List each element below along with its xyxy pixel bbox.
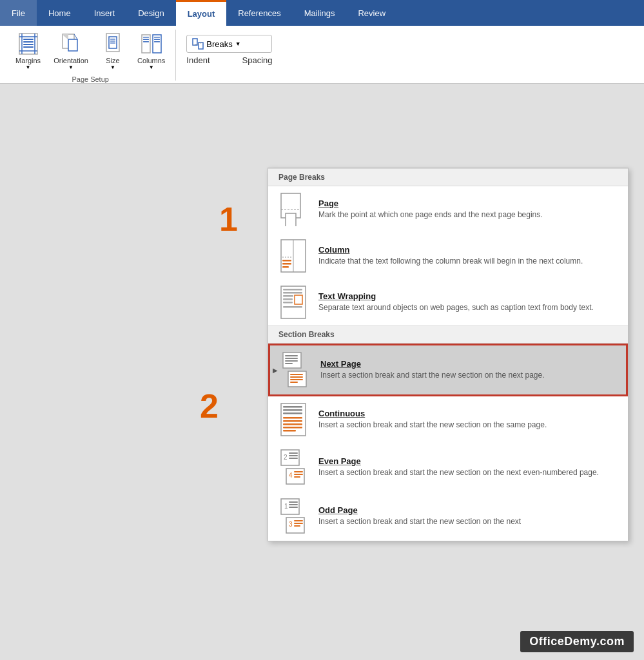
dropdown-item-text-wrapping[interactable]: Text Wrapping Separate text around objec… (268, 279, 628, 325)
svg-rect-24 (154, 37, 160, 38)
spacing-label: Spacing (242, 55, 273, 65)
continuous-title: Continuous (318, 409, 618, 418)
margins-label: Margins (15, 57, 41, 64)
menu-home[interactable]: Home (37, 0, 83, 26)
svg-rect-10 (68, 39, 77, 51)
svg-rect-17 (110, 41, 115, 42)
svg-rect-21 (143, 37, 149, 38)
svg-rect-22 (143, 39, 149, 41)
svg-rect-36 (282, 263, 291, 265)
page-break-title: Page (318, 199, 618, 208)
dropdown-item-column[interactable]: Column Indicate that the text following … (268, 233, 628, 279)
svg-text:2: 2 (284, 454, 288, 461)
continuous-icon (278, 403, 309, 436)
next-page-text: Next Page Insert a section break and sta… (320, 359, 616, 381)
columns-icon (140, 32, 163, 55)
orientation-arrow: ▼ (68, 64, 73, 70)
svg-rect-5 (23, 39, 34, 40)
step-1-number: 1 (219, 200, 238, 238)
breaks-dropdown-menu: Page Breaks Page Mark the point at which… (268, 168, 629, 541)
columns-button[interactable]: Columns ▼ (132, 30, 170, 73)
columns-arrow: ▼ (149, 64, 154, 70)
even-page-title: Even Page (318, 456, 618, 466)
indent-spacing-row: Indent Spacing (186, 55, 272, 65)
breaks-icon (192, 38, 204, 50)
svg-rect-62 (283, 420, 302, 422)
dropdown-item-next-page[interactable]: ▶ Next Page I (268, 344, 628, 396)
dropdown-item-continuous[interactable]: Continuous Insert a section break and st… (268, 396, 628, 443)
svg-rect-45 (283, 302, 293, 304)
menu-design[interactable]: Design (126, 0, 175, 26)
svg-rect-23 (143, 41, 149, 43)
svg-rect-6 (23, 41, 34, 43)
column-break-title: Column (318, 245, 618, 255)
text-wrapping-text: Text Wrapping Separate text around objec… (318, 291, 618, 313)
breaks-button[interactable]: Breaks ▼ (186, 35, 272, 53)
next-page-icon (280, 352, 311, 388)
page-setup-label: Page Setup (72, 73, 109, 83)
svg-text:3: 3 (289, 521, 293, 528)
even-page-desc: Insert a section break and start the new… (318, 467, 618, 478)
svg-rect-49 (285, 358, 298, 359)
ribbon: Margins ▼ Orientation ▼ (0, 26, 644, 84)
size-arrow: ▼ (110, 64, 115, 70)
dropdown-item-page[interactable]: Page Mark the point at which one page en… (268, 186, 628, 233)
column-break-desc: Indicate that the text following the col… (318, 256, 618, 267)
svg-rect-54 (290, 376, 303, 378)
page-break-desc: Mark the point at which one page ends an… (318, 209, 618, 220)
ribbon-buttons: Margins ▼ Orientation ▼ (10, 30, 170, 73)
dropdown-item-odd-page[interactable]: 1 3 Odd Page Insert a section break and … (268, 492, 628, 541)
orientation-label: Orientation (54, 57, 88, 64)
svg-text:1: 1 (284, 503, 288, 510)
svg-rect-65 (283, 430, 296, 432)
column-break-text: Column Indicate that the text following … (318, 245, 618, 267)
svg-rect-27 (193, 39, 197, 45)
watermark: OfficeDemy.com (520, 631, 634, 652)
svg-rect-61 (283, 417, 302, 419)
menu-mailings[interactable]: Mailings (293, 0, 347, 26)
dropdown-item-even-page[interactable]: 2 4 Even Page Insert a section break and… (268, 443, 628, 492)
svg-rect-50 (285, 360, 298, 362)
svg-rect-51 (285, 363, 293, 364)
orientation-icon (59, 32, 83, 55)
svg-rect-68 (289, 452, 298, 454)
step-2-number: 2 (200, 387, 219, 425)
svg-rect-25 (154, 39, 160, 41)
text-wrapping-svg (280, 286, 307, 319)
margins-icon (17, 32, 40, 55)
odd-page-text: Odd Page Insert a section break and star… (318, 505, 618, 527)
menu-layout[interactable]: Layout (176, 0, 227, 26)
svg-rect-43 (295, 295, 302, 304)
menu-insert[interactable]: Insert (83, 0, 127, 26)
next-page-svg (282, 352, 310, 388)
orientation-button[interactable]: Orientation ▼ (48, 30, 93, 73)
svg-rect-46 (283, 306, 302, 308)
page-break-text: Page Mark the point at which one page en… (318, 199, 618, 220)
svg-rect-63 (283, 423, 302, 425)
svg-rect-40 (283, 289, 302, 291)
margins-button[interactable]: Margins ▼ (10, 30, 46, 73)
svg-rect-55 (290, 379, 303, 380)
size-button[interactable]: Size ▼ (96, 30, 130, 73)
menu-file[interactable]: File (0, 0, 37, 26)
svg-rect-56 (290, 382, 298, 383)
next-page-desc: Insert a section break and start the new… (320, 370, 616, 381)
svg-rect-79 (289, 504, 298, 505)
odd-page-title: Odd Page (318, 505, 618, 515)
size-icon (101, 32, 124, 55)
svg-rect-41 (283, 292, 302, 294)
svg-rect-70 (289, 458, 298, 459)
svg-rect-28 (199, 43, 203, 49)
svg-rect-64 (283, 427, 302, 429)
svg-rect-83 (294, 520, 303, 521)
size-label: Size (106, 57, 119, 64)
menu-review[interactable]: Review (346, 0, 397, 26)
margins-arrow: ▼ (26, 64, 31, 70)
even-page-text: Even Page Insert a section break and sta… (318, 456, 618, 478)
even-page-svg: 2 4 (280, 449, 308, 485)
menu-references[interactable]: References (226, 0, 292, 26)
odd-page-icon: 1 3 (278, 498, 309, 534)
page-break-svg (280, 193, 307, 226)
svg-rect-59 (283, 409, 302, 411)
svg-rect-69 (289, 455, 298, 456)
